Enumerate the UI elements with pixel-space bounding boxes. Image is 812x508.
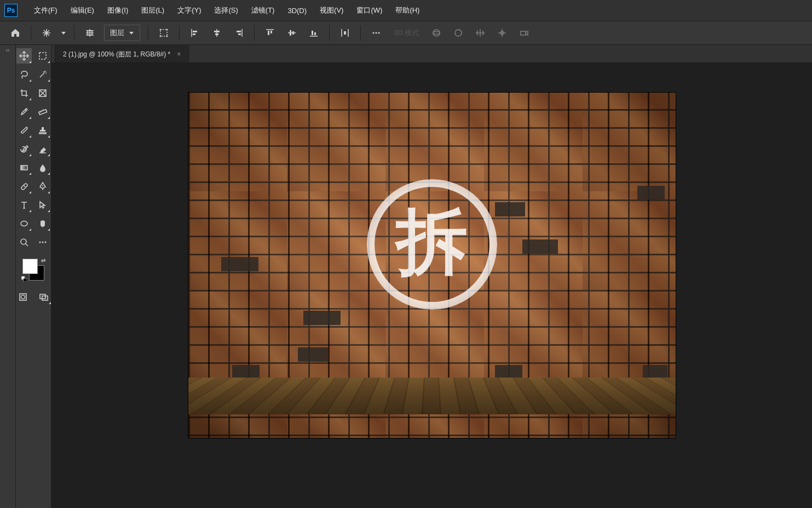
align-left-button[interactable] — [185, 24, 205, 42]
history-brush-tool[interactable] — [16, 141, 32, 157]
zoom-tool[interactable] — [16, 235, 32, 250]
menu-window[interactable]: 窗口(W) — [350, 3, 389, 18]
document-tab[interactable]: 2 (1).jpg @ 100% (图层 1, RGB/8#) * × — [55, 45, 189, 62]
svg-point-23 — [433, 32, 440, 35]
magic-wand-tool[interactable] — [35, 67, 50, 82]
menu-type[interactable]: 文字(Y) — [171, 3, 208, 18]
separator — [360, 25, 361, 41]
svg-point-4 — [160, 36, 162, 37]
3d-pan-button — [470, 24, 490, 42]
svg-rect-6 — [193, 31, 197, 32]
svg-point-2 — [160, 29, 162, 31]
distribute-button[interactable] — [335, 24, 355, 42]
align-right-button[interactable] — [229, 24, 249, 42]
svg-point-34 — [42, 185, 43, 186]
auto-select-dropdown[interactable]: 图层 — [104, 25, 140, 41]
svg-rect-32 — [21, 165, 27, 170]
default-colors-icon[interactable] — [21, 276, 27, 282]
more-options-button[interactable] — [366, 24, 386, 42]
menu-help[interactable]: 帮助(H) — [389, 3, 426, 18]
crop-tool[interactable] — [16, 85, 32, 101]
document-tab-title: 2 (1).jpg @ 100% (图层 1, RGB/8#) * — [63, 50, 170, 59]
canvas[interactable]: 拆 — [188, 93, 676, 438]
separator — [254, 25, 255, 41]
ellipse-tool[interactable] — [16, 216, 32, 231]
svg-rect-45 — [42, 296, 48, 300]
align-vcenter-button[interactable] — [282, 24, 302, 42]
screen-mode-button[interactable] — [36, 289, 51, 305]
menu-filter[interactable]: 滤镜(T) — [245, 3, 281, 18]
spot-heal-tool[interactable] — [16, 179, 32, 194]
svg-rect-18 — [344, 31, 346, 35]
svg-rect-27 — [39, 53, 46, 59]
svg-rect-10 — [237, 31, 241, 32]
svg-point-19 — [372, 32, 374, 33]
brush-tool[interactable] — [16, 123, 32, 138]
menu-image[interactable]: 图像(I) — [101, 3, 135, 18]
dark-brick — [221, 257, 258, 271]
menu-file[interactable]: 文件(F) — [27, 3, 64, 18]
dark-brick — [637, 186, 665, 200]
text-tool[interactable] — [16, 197, 32, 213]
separator — [329, 25, 330, 41]
eraser-tool[interactable] — [35, 141, 50, 157]
stamp-tool[interactable] — [35, 123, 50, 138]
auto-select-check[interactable] — [80, 24, 100, 42]
ruler-tool[interactable] — [35, 104, 50, 119]
3d-orbit-button — [427, 24, 446, 42]
menu-3d[interactable]: 3D(D) — [281, 4, 313, 17]
separator — [179, 25, 180, 41]
align-hcenter-button[interactable] — [207, 24, 227, 42]
pen-tool[interactable] — [35, 179, 50, 194]
separator — [74, 25, 74, 41]
path-select-tool[interactable] — [35, 197, 50, 213]
transform-controls-toggle[interactable] — [154, 24, 174, 42]
mode3d-label: 3D 模式: — [394, 28, 421, 38]
svg-rect-7 — [193, 33, 195, 35]
menu-select[interactable]: 选择(S) — [208, 3, 244, 18]
document-area: 2 (1).jpg @ 100% (图层 1, RGB/8#) * × 拆 — [51, 45, 812, 508]
svg-rect-11 — [238, 33, 241, 35]
canvas-viewport[interactable]: 拆 — [51, 63, 812, 508]
chevron-down-icon — [129, 30, 134, 36]
more-tools[interactable] — [35, 235, 50, 250]
svg-point-36 — [21, 239, 26, 244]
frame-tool[interactable] — [35, 85, 50, 101]
quick-mask-button[interactable] — [15, 289, 31, 305]
foreground-color[interactable] — [22, 259, 38, 274]
svg-point-35 — [21, 221, 27, 226]
blur-tool[interactable] — [35, 160, 50, 175]
close-tab-button[interactable]: × — [177, 50, 181, 58]
tool-preset-dropdown[interactable] — [59, 24, 68, 42]
tool-preset-icon[interactable] — [37, 24, 56, 42]
3d-camera-button — [514, 24, 534, 42]
move-tool[interactable] — [16, 48, 32, 64]
svg-point-37 — [39, 242, 41, 243]
svg-point-28 — [45, 71, 46, 72]
align-bottom-button[interactable] — [304, 24, 324, 42]
home-button[interactable] — [5, 24, 25, 42]
align-top-button[interactable] — [260, 24, 280, 42]
svg-point-43 — [21, 295, 25, 299]
wood-floor — [188, 378, 676, 414]
3d-slide-button — [492, 24, 512, 42]
svg-point-20 — [375, 32, 377, 33]
lasso-tool[interactable] — [16, 67, 32, 82]
swap-colors-icon[interactable]: ⇄ — [41, 258, 45, 264]
menu-view[interactable]: 视图(V) — [313, 3, 350, 18]
svg-rect-44 — [40, 294, 45, 299]
svg-point-3 — [166, 29, 168, 31]
gradient-tool[interactable] — [16, 160, 32, 175]
svg-point-39 — [45, 242, 47, 243]
eyedropper-tool[interactable] — [16, 104, 32, 119]
svg-rect-17 — [314, 32, 316, 35]
menu-edit[interactable]: 编辑(E) — [64, 3, 101, 18]
color-swatches[interactable]: ⇄ — [21, 258, 45, 282]
auto-select-value: 图层 — [110, 28, 124, 38]
marquee-tool[interactable] — [35, 48, 50, 64]
separator — [31, 25, 31, 41]
menu-layer[interactable]: 图层(L) — [135, 3, 171, 18]
panel-collapse-strip[interactable]: ‹‹ — [0, 45, 16, 508]
hand-tool[interactable] — [35, 216, 50, 231]
menu-bar: Ps 文件(F) 编辑(E) 图像(I) 图层(L) 文字(Y) 选择(S) 滤… — [0, 0, 812, 21]
